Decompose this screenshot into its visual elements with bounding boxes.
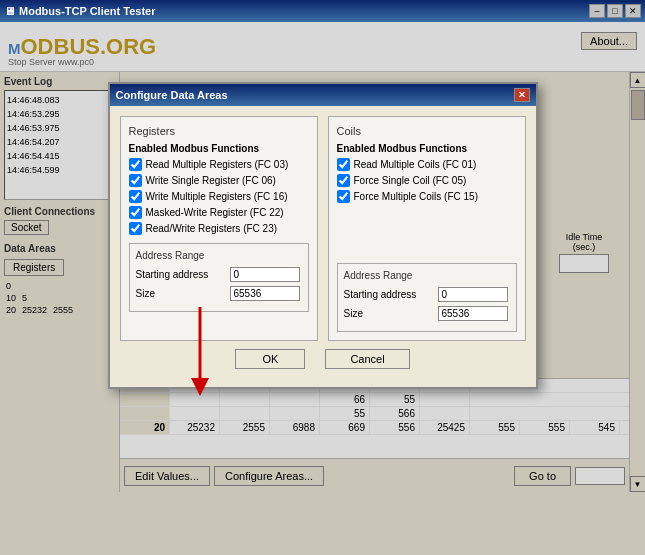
checkbox-row: Read/Write Registers (FC 23) [129,222,309,235]
coil-addr-title: Address Range [344,270,510,281]
coil-size-label: Size [344,308,434,319]
coils-section-label: Enabled Modbus Functions [337,143,517,154]
reg-starting-row: Starting address [136,267,302,282]
coils-addr-section: Address Range Starting address Size [337,263,517,332]
reg-label-1: Read Multiple Registers (FC 03) [146,159,289,170]
checkbox-row: Force Multiple Coils (FC 15) [337,190,517,203]
reg-checkbox-2[interactable] [129,174,142,187]
reg-size-input[interactable] [230,286,300,301]
title-bar: 🖥 Modbus-TCP Client Tester – □ ✕ [0,0,645,22]
coil-checkbox-2[interactable] [337,174,350,187]
registers-section-label: Enabled Modbus Functions [129,143,309,154]
app-icon: 🖥 [4,5,15,17]
registers-addr-section: Address Range Starting address Size [129,243,309,312]
maximize-button[interactable]: □ [607,4,623,18]
coil-size-row: Size [344,306,510,321]
dialog-title: Configure Data Areas [116,89,228,101]
checkbox-row: Write Multiple Registers (FC 16) [129,190,309,203]
dialog-columns: Registers Enabled Modbus Functions Read … [120,116,526,341]
close-button[interactable]: ✕ [625,4,641,18]
reg-label-4: Masked-Write Register (FC 22) [146,207,284,218]
title-bar-left: 🖥 Modbus-TCP Client Tester [4,5,156,17]
coil-checkbox-1[interactable] [337,158,350,171]
ok-button[interactable]: OK [235,349,305,369]
checkbox-row: Read Multiple Coils (FC 01) [337,158,517,171]
minimize-button[interactable]: – [589,4,605,18]
coil-checkbox-3[interactable] [337,190,350,203]
reg-addr-title: Address Range [136,250,302,261]
registers-column: Registers Enabled Modbus Functions Read … [120,116,318,341]
dialog-close-button[interactable]: ✕ [514,88,530,102]
reg-starting-label: Starting address [136,269,226,280]
checkbox-row: Write Single Register (FC 06) [129,174,309,187]
reg-size-label: Size [136,288,226,299]
coil-label-3: Force Multiple Coils (FC 15) [354,191,478,202]
coil-starting-input[interactable] [438,287,508,302]
checkbox-row: Read Multiple Registers (FC 03) [129,158,309,171]
reg-label-2: Write Single Register (FC 06) [146,175,276,186]
app-title: Modbus-TCP Client Tester [19,5,156,17]
coil-starting-row: Starting address [344,287,510,302]
coil-label-1: Read Multiple Coils (FC 01) [354,159,477,170]
reg-checkbox-1[interactable] [129,158,142,171]
cancel-button[interactable]: Cancel [325,349,409,369]
reg-checkbox-4[interactable] [129,206,142,219]
coil-label-2: Force Single Coil (FC 05) [354,175,467,186]
registers-col-title: Registers [129,125,309,137]
coils-col-title: Coils [337,125,517,137]
checkbox-row: Masked-Write Register (FC 22) [129,206,309,219]
reg-label-3: Write Multiple Registers (FC 16) [146,191,288,202]
coil-size-input[interactable] [438,306,508,321]
reg-label-5: Read/Write Registers (FC 23) [146,223,278,234]
dialog-body: Registers Enabled Modbus Functions Read … [110,106,536,387]
main-window: MODBUS.ORG Stop Server www.pc0 About... … [0,22,645,555]
reg-starting-input[interactable] [230,267,300,282]
modal-overlay: Configure Data Areas ✕ Registers Enabled… [0,22,645,555]
configure-dialog: Configure Data Areas ✕ Registers Enabled… [108,82,538,389]
reg-checkbox-3[interactable] [129,190,142,203]
coil-starting-label: Starting address [344,289,434,300]
checkbox-row: Force Single Coil (FC 05) [337,174,517,187]
dialog-title-bar: Configure Data Areas ✕ [110,84,536,106]
dialog-footer: OK Cancel [120,341,526,377]
reg-checkbox-5[interactable] [129,222,142,235]
coils-column: Coils Enabled Modbus Functions Read Mult… [328,116,526,341]
reg-size-row: Size [136,286,302,301]
title-bar-controls: – □ ✕ [589,4,641,18]
